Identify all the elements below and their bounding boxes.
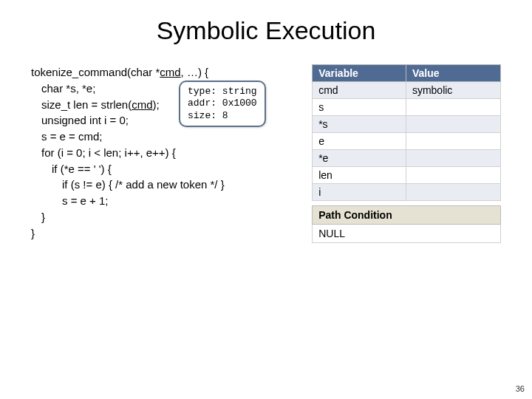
tables-column: Variable Value cmdsymbolic s *s e *e len…: [294, 64, 501, 243]
code-line: s = e = cmd;: [31, 129, 294, 145]
code-line: for (i = 0; i < len; i++, e++) {: [31, 145, 294, 161]
pc-header: Path Condition: [313, 206, 501, 225]
page-number: 36: [516, 384, 525, 393]
slide-content: tokenize_command(char *cmd, …) { char *s…: [0, 64, 532, 243]
table-row: e: [313, 133, 501, 150]
table-row: len: [313, 167, 501, 184]
table-row: i: [313, 184, 501, 201]
table-row: cmdsymbolic: [313, 82, 501, 99]
code-line: tokenize_command(char *cmd, …) {: [31, 64, 294, 81]
table-row: NULL: [313, 225, 501, 243]
path-condition-table: Path Condition NULL: [312, 205, 501, 243]
table-header-row: Variable Value: [313, 65, 501, 82]
code-line: }: [31, 225, 294, 242]
symbolic-tooltip: type: string addr: 0x1000 size: 8: [179, 81, 266, 127]
code-line: }: [31, 209, 294, 225]
code-column: tokenize_command(char *cmd, …) { char *s…: [31, 64, 294, 243]
symbolic-var: cmd: [160, 66, 180, 78]
symbolic-var: cmd: [132, 98, 152, 111]
variables-table: Variable Value cmdsymbolic s *s e *e len…: [312, 64, 501, 201]
code-line: if (s != e) { /* add a new token */ }: [31, 177, 294, 193]
col-variable: Variable: [313, 65, 406, 82]
col-value: Value: [406, 65, 500, 82]
table-row: s: [313, 99, 501, 116]
table-row: *e: [313, 150, 501, 167]
slide-title: Symbolic Execution: [0, 16, 532, 45]
code-line: s = e + 1;: [31, 193, 294, 209]
code-line: if (*e == ' ') {: [31, 161, 294, 177]
table-row: *s: [313, 116, 501, 133]
